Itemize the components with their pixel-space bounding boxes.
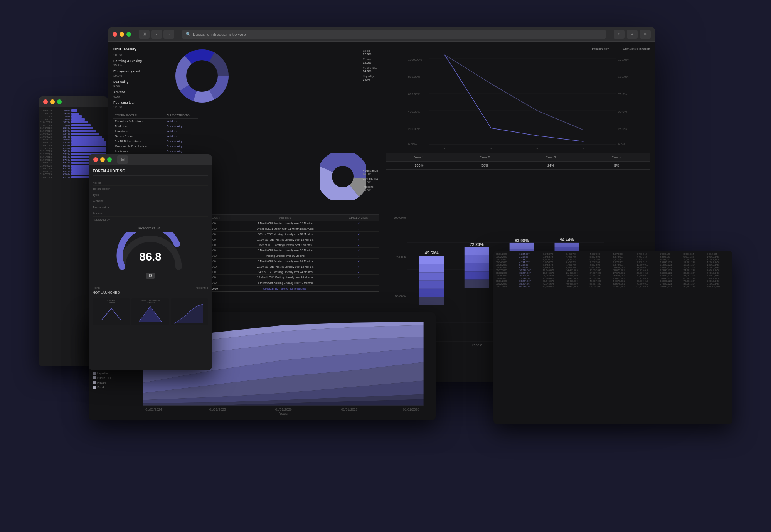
grid-cell: 11,789,012 bbox=[636, 266, 660, 269]
audit-body: TOKEN AUDIT SC... Name Token Ticker Type… bbox=[89, 165, 212, 329]
grid-cell: 27,678,901 bbox=[613, 272, 636, 274]
grid-cell: 8,456,789 bbox=[566, 266, 589, 269]
grid-cell: 13,901,234 bbox=[683, 266, 707, 269]
grid-cell: 01/07/2023 bbox=[496, 269, 519, 271]
main-donut-chart bbox=[171, 45, 233, 107]
svg-marker-69 bbox=[102, 308, 121, 320]
grid-cell: 100,000,000 bbox=[707, 285, 730, 288]
grid-cell: 36,901,234 bbox=[683, 272, 707, 274]
private-legend: Private12.0% bbox=[363, 57, 377, 64]
year1-header: Year 1 bbox=[386, 153, 452, 162]
tl-green-left[interactable] bbox=[57, 99, 62, 104]
nav-forward-button[interactable]: › bbox=[163, 30, 174, 39]
tl-green-audit[interactable] bbox=[107, 157, 112, 162]
tab-overview-button[interactable]: ⧉ bbox=[640, 30, 651, 39]
svg-text:1000.00%: 1000.00% bbox=[408, 58, 422, 61]
grid-cell: 7,456,789 bbox=[566, 264, 589, 266]
share-button[interactable]: ⬆ bbox=[614, 30, 625, 39]
grid-cell: 7,345,678 bbox=[543, 266, 566, 269]
grid-cell: 5,456,789 bbox=[566, 258, 589, 261]
svg-text:800.00%: 800.00% bbox=[408, 75, 421, 79]
grid-cell: 16,567,890 bbox=[590, 269, 613, 271]
list-item: 01/08/202442.2% bbox=[40, 141, 106, 144]
svg-point-6 bbox=[189, 62, 215, 89]
list-item: 01/03/202425.0% bbox=[40, 127, 106, 129]
grid-cell: 8,890,123 bbox=[660, 256, 683, 258]
svg-text:72.23%: 72.23% bbox=[470, 242, 484, 247]
titlebar-actions: ⬆ + ⧉ bbox=[614, 30, 651, 39]
public-ido-legend: Public IDO14.0% bbox=[363, 66, 377, 73]
grid-cell: 9,901,234 bbox=[683, 256, 707, 258]
rank-section: Rank NOT LAUNCHED Percentile — bbox=[93, 283, 208, 295]
grid-cell: 7,567,890 bbox=[590, 261, 613, 263]
thumbnail-chart-3 bbox=[171, 298, 208, 325]
thumb-svg-3 bbox=[171, 298, 208, 325]
tl-red-left[interactable] bbox=[43, 99, 48, 104]
tl-green[interactable] bbox=[126, 32, 131, 37]
svg-rect-43 bbox=[419, 272, 444, 280]
grid-cell: 65,012,345 bbox=[707, 277, 730, 279]
grid-cell: 50,789,012 bbox=[636, 277, 660, 279]
grid-cell: 10,678,901 bbox=[613, 266, 636, 269]
grid-cell: 12,901,234 bbox=[683, 264, 707, 266]
inflation-legend: Inflation YoY Cumulative Inflation bbox=[386, 47, 650, 51]
main-titlebar: ⊞ ‹ › 🔍 Buscar o introducir sitio web ⬆ … bbox=[108, 27, 655, 42]
tl-yellow-left[interactable] bbox=[50, 99, 55, 104]
grid-cell: 10,012,345 bbox=[707, 256, 730, 258]
svg-text:600.00%: 600.00% bbox=[408, 93, 421, 96]
new-tab-button[interactable]: + bbox=[627, 30, 638, 39]
grid-cell: 48,567,890 bbox=[590, 280, 613, 282]
grid-cell: 9,890,123 bbox=[660, 258, 683, 261]
grid-cell: 5,567,890 bbox=[590, 256, 613, 258]
thumbnail-chart-2: Token DistributionFairness bbox=[131, 298, 169, 325]
grid-cell: 4,567,890 bbox=[590, 253, 613, 255]
scene: 01/09/20236.0% 01/10/20238.3% 01/11/2023… bbox=[39, 19, 732, 513]
tl-red-audit[interactable] bbox=[93, 157, 98, 162]
grid-cell: 8,678,901 bbox=[613, 261, 636, 263]
thumb-svg-1 bbox=[93, 305, 130, 324]
liquidity-legend: Liquidity7.0% bbox=[363, 74, 377, 81]
grid-cell: 72,678,901 bbox=[613, 285, 636, 288]
svg-text:94.44%: 94.44% bbox=[560, 237, 574, 242]
grid-cell: 10,234,567 bbox=[519, 269, 542, 271]
grid-cell: 9,012,345 bbox=[707, 253, 730, 255]
list-item: 01/01/202418.7% bbox=[40, 121, 106, 123]
grid-cell: 6,678,901 bbox=[613, 256, 636, 258]
year1-val: 700% bbox=[386, 162, 452, 170]
percentile-col: Percentile — bbox=[194, 286, 208, 295]
thumbnail-chart-1: InsidersDilution bbox=[93, 298, 130, 325]
data-grid-content: 01/01/20231,234,5672,345,6783,456,7894,5… bbox=[493, 251, 732, 424]
grid-cell: 10,901,234 bbox=[683, 258, 707, 261]
audit-sidebar-toggle[interactable]: ⊞ bbox=[117, 155, 128, 164]
farming-label: Farming & Staking bbox=[113, 59, 175, 63]
year4-header: Year 4 bbox=[584, 153, 650, 162]
grid-cell: 7,678,901 bbox=[613, 258, 636, 261]
nav-back-button[interactable]: ‹ bbox=[151, 30, 162, 39]
grid-cell: 01/03/2023 bbox=[496, 258, 519, 261]
svg-rect-59 bbox=[510, 243, 534, 249]
grid-cell: 25,234,567 bbox=[519, 277, 542, 279]
tl-yellow[interactable] bbox=[120, 32, 124, 37]
inflation-chart-svg: 1000.00% 800.00% 600.00% 400.00% 200.00%… bbox=[386, 53, 650, 149]
svg-text:50.0%: 50.0% bbox=[618, 110, 627, 113]
traffic-lights bbox=[113, 32, 131, 37]
foundation-label: Foundation14.0% bbox=[363, 169, 378, 176]
tl-yellow-audit[interactable] bbox=[100, 157, 105, 162]
tl-red[interactable] bbox=[113, 32, 117, 37]
grid-cell: 01/11/2023 bbox=[496, 280, 519, 282]
grid-cell: 77,890,123 bbox=[660, 283, 683, 285]
table-row: Founders & AdvisorsInsiders bbox=[113, 119, 198, 124]
advisor-pct: 4.0% bbox=[113, 95, 175, 98]
grid-cell: 2,234,567 bbox=[519, 256, 542, 258]
audit-title: TOKEN AUDIT SC... bbox=[93, 169, 208, 176]
grid-cell: 5,678,901 bbox=[613, 253, 636, 255]
insiders-label: Insiders44.0% bbox=[363, 185, 378, 192]
grid-cell: 56,456,789 bbox=[566, 285, 589, 288]
grid-cell: 01/04/2023 bbox=[496, 261, 519, 263]
address-bar[interactable]: 🔍 Buscar o introducir sitio web bbox=[182, 30, 606, 39]
svg-text:01/01/2025: 01/01/2025 bbox=[209, 407, 226, 411]
sidebar-toggle-button[interactable]: ⊞ bbox=[139, 30, 150, 39]
list-item: 01/09/20236.0% bbox=[40, 109, 106, 112]
table-row: 3bdBLB IncentivesCommunity bbox=[113, 139, 198, 144]
founding-label: Founding team bbox=[113, 101, 175, 104]
